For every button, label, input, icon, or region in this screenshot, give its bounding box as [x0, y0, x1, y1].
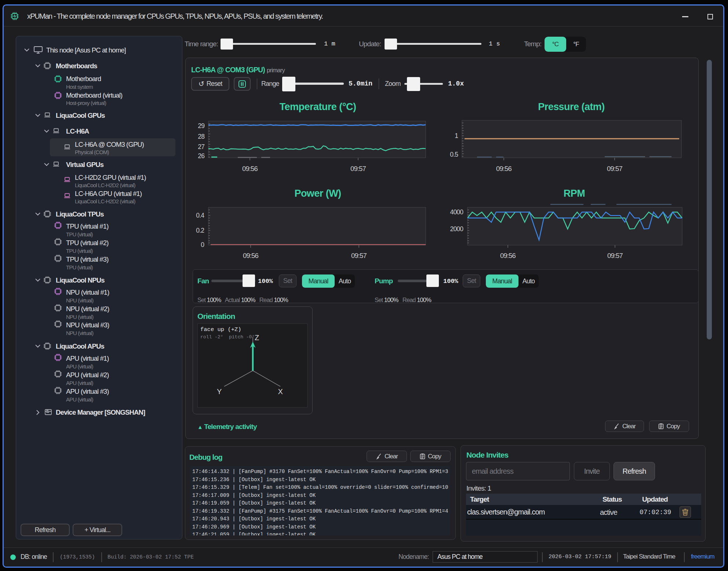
svg-text:X: X [278, 388, 283, 396]
svg-text:Y: Y [217, 388, 222, 396]
svg-text:Z: Z [255, 334, 259, 342]
